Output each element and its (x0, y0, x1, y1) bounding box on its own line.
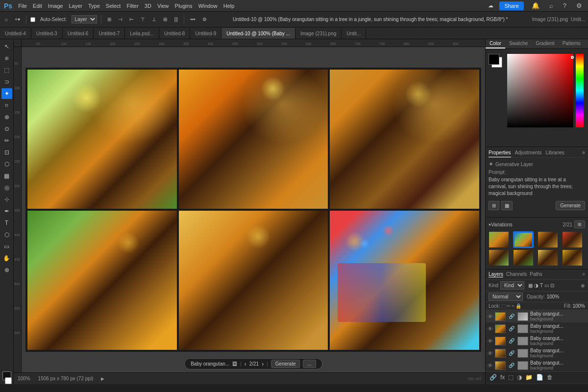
filter-smart-icon[interactable]: ⊡ (550, 283, 554, 288)
menu-window[interactable]: Window (198, 3, 218, 9)
move-tool[interactable]: ↖ (1, 41, 12, 52)
generate-button[interactable]: Generate (556, 201, 585, 210)
menu-layer[interactable]: Layer (69, 3, 82, 9)
tab-adjustments[interactable]: Adjustments (515, 150, 542, 157)
filter-type-icon[interactable]: T (540, 283, 543, 288)
variation-thumb-8[interactable] (562, 249, 583, 266)
lock-transparent-icon[interactable]: ⬚ (501, 303, 506, 309)
tab-image-231[interactable]: Image (231).png (295, 28, 342, 39)
add-adjustment-button[interactable]: ◑ (516, 373, 523, 381)
layer-row-3[interactable]: 👁 🔗 Baby orangut... background (486, 335, 588, 347)
color-tab-gradient[interactable]: Gradient (532, 39, 558, 49)
menu-image[interactable]: Image (48, 3, 63, 9)
help-icon[interactable]: ? (561, 1, 568, 10)
layers-more[interactable]: ≡ (582, 271, 585, 277)
tab-untitled-8[interactable]: Untitled-8 (159, 28, 191, 39)
settings-options[interactable]: ⚙ (200, 16, 209, 23)
eraser-tool[interactable]: ⬡ (1, 159, 12, 170)
zoom-tool[interactable]: ⊕ (1, 265, 12, 275)
auto-select-checkbox[interactable] (30, 17, 35, 22)
layers-tab-paths[interactable]: Paths (530, 271, 542, 277)
tab-untitled-10[interactable]: Untitled-10 @ 100% (Baby ... (221, 28, 295, 39)
filter-adjustment-icon[interactable]: ◑ (534, 283, 539, 288)
menu-edit[interactable]: Edit (33, 3, 42, 9)
stamp-tool[interactable]: ⊡ (1, 147, 12, 158)
align-top[interactable]: ⊤ (139, 16, 147, 23)
menu-help[interactable]: Help (223, 3, 235, 9)
shape-tool[interactable]: ▭ (1, 241, 12, 252)
filter-shape-icon[interactable]: ▭ (544, 283, 549, 288)
move-tool-options[interactable]: +▾ (13, 16, 22, 23)
layer-row-2[interactable]: 👁 🔗 Baby orangut... background (486, 322, 588, 335)
variation-thumb-5[interactable] (489, 249, 509, 266)
background-color[interactable] (5, 377, 12, 384)
color-tab-color[interactable]: Color (486, 39, 505, 49)
distribute-options[interactable]: ||| (172, 16, 180, 23)
blend-mode-dropdown[interactable]: Normal (489, 293, 523, 301)
share-button[interactable]: Share (499, 1, 523, 10)
artboard-tool[interactable]: ⊞ (1, 53, 12, 64)
eyedrop-tool[interactable]: ⊕ (1, 112, 12, 122)
pen-tool[interactable]: ✒ (1, 206, 12, 217)
lock-all-icon[interactable]: 🔒 (515, 303, 521, 309)
menu-filter[interactable]: Filter (126, 3, 138, 9)
color-spectrum[interactable] (507, 54, 573, 127)
layer-row-1[interactable]: 👁 🔗 Baby orangut... background (486, 310, 588, 322)
home-button[interactable]: ⌂ (3, 16, 10, 23)
align-center[interactable]: ⊢ (127, 16, 136, 23)
layer-vis-3[interactable]: 👁 (488, 338, 493, 344)
crop-tool[interactable]: ⌗ (1, 100, 12, 111)
align-right[interactable]: ⊞ (161, 16, 169, 23)
settings-icon[interactable]: ⚙ (574, 1, 584, 10)
align-middle[interactable]: ⊥ (150, 16, 158, 23)
color-picker-area[interactable] (486, 49, 588, 142)
menu-file[interactable]: File (18, 3, 27, 9)
more-options[interactable]: ••• (188, 16, 197, 23)
menu-type[interactable]: Type (88, 3, 100, 9)
tab-untitled-6[interactable]: Untitled-6 (63, 28, 94, 39)
filter-pixel-icon[interactable]: ▦ (528, 283, 533, 288)
color-tab-patterns[interactable]: Patterns (559, 39, 585, 49)
tab-untitled-4[interactable]: Untitled-4 (0, 28, 31, 39)
hand-tool[interactable]: ✋ (1, 253, 12, 264)
dodge-tool[interactable]: ⊹ (1, 194, 12, 205)
foreground-swatch[interactable] (489, 54, 499, 65)
align-left[interactable]: ⊣ (116, 16, 124, 23)
healing-tool[interactable]: ⊙ (1, 123, 12, 134)
tab-leila[interactable]: Leila.psd... (125, 28, 159, 39)
layers-tab-channels[interactable]: Channels (506, 271, 527, 277)
tab-untitled-3[interactable]: Untitled-3 (31, 28, 63, 39)
variation-thumb-3[interactable] (538, 231, 558, 248)
layer-row-4[interactable]: 👁 🔗 Baby orangut... background (486, 347, 588, 359)
add-mask-button[interactable]: ⬚ (507, 373, 514, 381)
panel-icon-btn-1[interactable]: ⊞ (489, 201, 499, 210)
type-tool[interactable]: T (1, 218, 12, 228)
select-tool[interactable]: ⬚ (1, 65, 12, 75)
blur-tool[interactable]: ◎ (1, 182, 12, 193)
variation-thumb-2[interactable] (513, 231, 534, 248)
gen-next-button[interactable]: › (262, 361, 264, 368)
variation-thumb-4[interactable] (562, 231, 583, 248)
color-panel-more[interactable]: ≡ (585, 39, 588, 49)
menu-view[interactable]: View (157, 3, 169, 9)
props-more[interactable]: ≡ (582, 150, 585, 157)
tab-untitled-7[interactable]: Untitled-7 (94, 28, 125, 39)
brush-tool[interactable]: ✏ (1, 135, 12, 146)
layer-vis-1[interactable]: 👁 (488, 314, 493, 319)
tab-untitled-9[interactable]: Untitled-9 (190, 28, 221, 39)
tab-properties[interactable]: Properties (489, 150, 511, 157)
color-tab-swatches[interactable]: Swatche (505, 39, 532, 49)
panel-icon-btn-2[interactable]: ▦ (501, 201, 513, 210)
lasso-tool[interactable]: ⊃ (1, 76, 12, 87)
layer-vis-4[interactable]: 👁 (488, 350, 493, 356)
gen-prev-button[interactable]: ‹ (245, 361, 246, 368)
kind-filter-dropdown[interactable]: Kind (500, 281, 524, 290)
gen-more-button[interactable]: ... (303, 360, 316, 368)
menu-plugins[interactable]: Plugins (175, 3, 193, 9)
auto-select-dropdown[interactable]: Layer Group (72, 15, 97, 24)
add-fx-button[interactable]: fx (499, 373, 506, 381)
layer-vis-5[interactable]: 👁 (488, 363, 493, 368)
layer-vis-2[interactable]: 👁 (488, 326, 493, 332)
wand-tool[interactable]: ✦ (1, 88, 12, 99)
variation-thumb-6[interactable] (513, 249, 534, 266)
